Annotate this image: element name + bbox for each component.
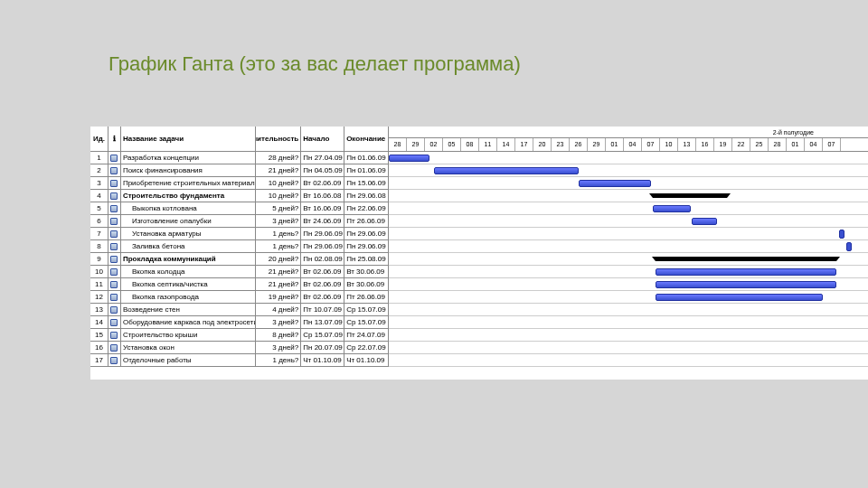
timeline-header: 2-й полугодие 28290205081114172023262901… (389, 127, 868, 152)
day-label: 17 (515, 138, 533, 151)
cell-end: Вт 30.06.09 (344, 266, 388, 277)
day-label: 08 (461, 138, 479, 151)
table-row[interactable]: 2Поиск финансирования21 дней?Пн 04.05.09… (90, 164, 388, 177)
cell-name: Установка арматуры (121, 228, 257, 239)
table-row[interactable]: 15Строительство крыши8 дней?Ср 15.07.09П… (90, 329, 388, 342)
cell-name: Отделочные работы (121, 354, 257, 366)
table-row[interactable]: 5Выкопка котлована5 дней?Вт 16.06.09Пн 2… (90, 202, 388, 215)
col-id[interactable]: Ид. (90, 127, 108, 151)
gantt-bar[interactable] (656, 268, 836, 276)
grid-header: Ид. ℹ Название задачи Длительность Начал… (90, 127, 388, 152)
gantt-milestone[interactable] (839, 230, 844, 239)
chart-row (389, 190, 868, 202)
table-row[interactable]: 16Установка окон3 дней?Пн 20.07.09Ср 22.… (90, 342, 388, 354)
cell-start: Пн 13.07.09 (301, 316, 344, 328)
day-label: 14 (497, 138, 515, 151)
table-row[interactable]: 10Вкопка колодца21 дней?Вт 02.06.09Вт 30… (90, 266, 388, 278)
day-label: 23 (552, 138, 570, 151)
gantt-bar[interactable] (389, 155, 429, 162)
chart-row (389, 152, 868, 164)
table-row[interactable]: 17Отделочные работы1 день?Чт 01.10.09Чт … (90, 354, 388, 367)
cell-id: 17 (90, 354, 108, 366)
col-start[interactable]: Начало (301, 127, 344, 151)
cell-end: Пн 01.06.09 (344, 164, 388, 176)
task-info-icon (110, 268, 118, 276)
cell-start: Вт 02.06.09 (301, 278, 344, 290)
gantt-bar[interactable] (692, 218, 717, 225)
gantt-bar[interactable] (653, 205, 691, 212)
task-info-icon (110, 294, 118, 301)
cell-end: Пн 25.08.09 (344, 253, 388, 265)
cell-info (108, 304, 121, 315)
chart-row (389, 253, 868, 266)
cell-start: Вт 24.06.09 (301, 215, 344, 227)
cell-name: Поиск финансирования (121, 164, 257, 176)
gantt-milestone[interactable] (846, 242, 852, 251)
cell-name: Оборудование каркаса под электросети (121, 316, 257, 328)
day-label: 26 (570, 138, 588, 151)
cell-end: Пт 26.06.09 (344, 291, 388, 303)
task-grid: Ид. ℹ Название задачи Длительность Начал… (90, 127, 389, 367)
gantt-panel: Ид. ℹ Название задачи Длительность Начал… (90, 127, 868, 380)
cell-name: Вкопка колодца (121, 266, 257, 277)
cell-end: Ср 15.07.09 (344, 304, 388, 315)
cell-end: Пн 29.06.09 (344, 240, 388, 252)
cell-id: 3 (90, 177, 108, 189)
gantt-summary-bar[interactable] (653, 193, 727, 198)
cell-duration: 4 дней? (256, 304, 301, 315)
day-label: 29 (588, 138, 606, 151)
cell-start: Вт 16.06.09 (301, 202, 344, 214)
gantt-summary-bar[interactable] (656, 257, 836, 261)
cell-id: 15 (90, 329, 108, 341)
table-row[interactable]: 11Вкопка септика/чистка21 дней?Вт 02.06.… (90, 278, 388, 291)
cell-end: Вт 30.06.09 (344, 278, 388, 290)
table-row[interactable]: 9Прокладка коммуникаций20 дней?Пн 02.08.… (90, 253, 388, 266)
table-row[interactable]: 12Вкопка газопровода19 дней?Вт 02.06.09П… (90, 291, 388, 304)
day-label: 02 (425, 138, 443, 151)
chart-row (389, 342, 868, 354)
timeline-period: 2-й полугодие (389, 127, 868, 138)
cell-start: Чт 01.10.09 (301, 354, 344, 366)
day-label: 16 (696, 138, 714, 151)
gantt-bar[interactable] (656, 294, 823, 301)
table-row[interactable]: 6Изготовление опалубки3 дней?Вт 24.06.09… (90, 215, 388, 228)
task-info-icon (110, 319, 118, 326)
cell-id: 9 (90, 253, 108, 265)
task-info-icon (110, 306, 118, 314)
chart-row (389, 329, 868, 342)
cell-info (108, 215, 121, 227)
cell-info (108, 152, 121, 164)
cell-id: 10 (90, 266, 108, 277)
gantt-bar[interactable] (579, 180, 651, 187)
cell-id: 4 (90, 190, 108, 202)
col-name[interactable]: Название задачи (121, 127, 257, 151)
table-row[interactable]: 7Установка арматуры1 день?Пн 29.06.09Пн … (90, 228, 388, 240)
day-label: 07 (823, 138, 841, 151)
col-duration[interactable]: Длительность (256, 127, 301, 151)
gantt-bar[interactable] (656, 281, 836, 288)
col-info[interactable]: ℹ (108, 127, 121, 151)
cell-name: Установка окон (121, 342, 257, 353)
cell-info (108, 240, 121, 252)
cell-info (108, 228, 121, 239)
table-row[interactable]: 8Заливка бетона1 день?Пн 29.06.09Пн 29.0… (90, 240, 388, 253)
table-row[interactable]: 13Возведение стен4 дней?Пт 10.07.09Ср 15… (90, 304, 388, 316)
table-row[interactable]: 14Оборудование каркаса под электросети3 … (90, 316, 388, 329)
day-label: 28 (389, 138, 407, 151)
cell-start: Вт 02.06.09 (301, 177, 344, 189)
cell-end: Пн 22.06.09 (344, 202, 388, 214)
col-end[interactable]: Окончание (344, 127, 388, 151)
table-row[interactable]: 3Приобретение строительных материалов10 … (90, 177, 388, 190)
cell-start: Пн 02.08.09 (301, 253, 344, 265)
task-info-icon (110, 155, 118, 162)
cell-duration: 3 дней? (256, 316, 301, 328)
table-row[interactable]: 4Строительство фундамента10 дней?Вт 16.0… (90, 190, 388, 202)
cell-info (108, 253, 121, 265)
cell-info (108, 202, 121, 214)
day-label: 01 (787, 138, 805, 151)
chart-row (389, 164, 868, 177)
table-row[interactable]: 1Разработка концепции28 дней?Пн 27.04.09… (90, 152, 388, 164)
gantt-bar[interactable] (434, 167, 579, 174)
cell-name: Вкопка септика/чистка (121, 278, 257, 290)
cell-start: Пн 20.07.09 (301, 342, 344, 353)
